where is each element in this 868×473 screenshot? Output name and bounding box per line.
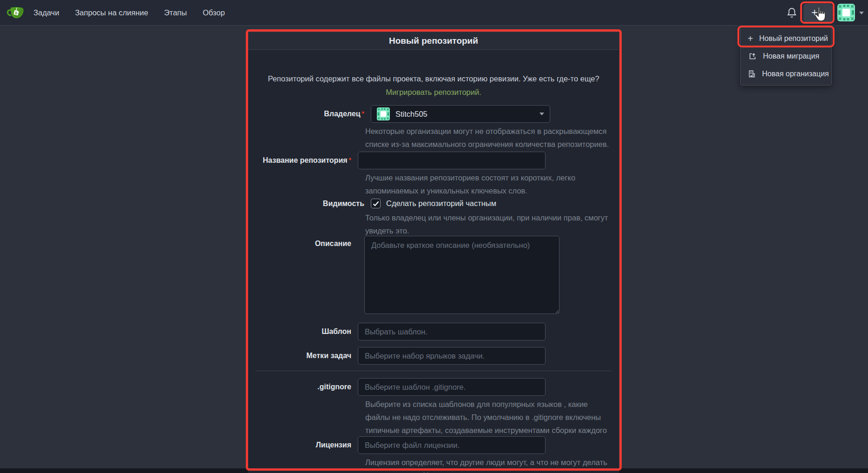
screen: b Задачи Запросы на слияние Этапы Обзор …	[0, 0, 868, 473]
visibility-label: Видимость	[248, 200, 364, 208]
nav-item-pull-requests[interactable]: Запросы на слияние	[75, 8, 148, 17]
plus-icon: +	[748, 33, 753, 44]
repo-name-label: Название репозитория*	[248, 156, 351, 165]
menu-item-label: Новый репозиторий	[759, 34, 828, 43]
owner-help-text: Некоторые организации могут не отображат…	[365, 125, 612, 151]
new-repository-panel: Новый репозиторий Репозиторий содержит в…	[248, 33, 619, 473]
owner-avatar	[377, 107, 390, 120]
page-title: Новый репозиторий	[389, 36, 478, 46]
section-divider	[256, 371, 612, 371]
license-row: Лицензия	[248, 436, 619, 454]
repo-name-row: Название репозитория*	[248, 152, 619, 169]
notifications-bell-icon[interactable]	[786, 7, 797, 19]
plus-icon: +	[811, 7, 818, 18]
organization-icon	[748, 70, 756, 78]
menu-item-new-migration[interactable]: Новая миграция	[741, 47, 831, 65]
intro-text: Репозиторий содержит все файлы проекта, …	[257, 72, 610, 99]
create-new-dropdown: + Новый репозиторий Новая миграция	[740, 27, 832, 86]
make-private-checkbox[interactable]	[371, 199, 381, 208]
template-row: Шаблон	[248, 323, 619, 340]
gitignore-row: .gitignore	[248, 378, 619, 396]
user-avatar[interactable]	[837, 4, 855, 21]
visibility-help-text: Только владелец или члены организации, п…	[365, 211, 612, 237]
top-navbar: b Задачи Запросы на слияние Этапы Обзор …	[0, 0, 868, 26]
repo-name-input[interactable]	[358, 152, 546, 169]
gitignore-label: .gitignore	[248, 383, 351, 391]
license-input[interactable]	[358, 436, 546, 454]
gitea-logo-icon[interactable]: b	[7, 4, 26, 22]
required-asterisk: *	[362, 110, 364, 117]
repo-name-help-text: Лучшие названия репозиториев состоят из …	[365, 171, 612, 197]
navbar-links: Задачи Запросы на слияние Этапы Обзор	[33, 0, 225, 26]
license-help-text: Лицензия определяет, что другие люди мог…	[365, 456, 612, 473]
migrate-repository-link[interactable]: Мигрировать репозиторий.	[386, 88, 481, 96]
issue-labels-row: Метки задач	[248, 347, 619, 365]
license-label: Лицензия	[248, 441, 351, 449]
gitignore-input[interactable]	[358, 378, 546, 396]
menu-item-new-organization[interactable]: Новая организация	[741, 65, 831, 83]
create-new-button[interactable]: +	[803, 4, 832, 22]
chevron-down-icon	[539, 113, 544, 115]
intro-plain-text: Репозиторий содержит все файлы проекта, …	[268, 74, 599, 83]
license-help-plain: Лицензия определяет, что другие люди мог…	[365, 458, 607, 473]
owner-label: Владелец*	[248, 110, 364, 118]
issue-labels-input[interactable]	[358, 347, 546, 365]
chevron-down-icon	[820, 12, 824, 14]
menu-item-label: Новая организация	[762, 70, 829, 78]
owner-select[interactable]: Stitch505	[371, 105, 550, 123]
panel-body: Репозиторий содержит все файлы проекта, …	[248, 50, 619, 473]
user-menu-chevron-icon[interactable]	[859, 12, 864, 14]
owner-name: Stitch505	[395, 110, 534, 119]
required-asterisk: *	[349, 156, 351, 164]
description-textarea[interactable]	[364, 236, 559, 314]
panel-header: Новый репозиторий	[248, 33, 619, 50]
menu-item-label: Новая миграция	[763, 52, 819, 60]
template-label: Шаблон	[248, 327, 351, 336]
description-label: Описание	[248, 237, 351, 248]
menu-item-new-repository[interactable]: + Новый репозиторий	[741, 30, 831, 47]
nav-item-milestones[interactable]: Этапы	[164, 8, 187, 17]
visibility-row: Видимость Сделать репозиторий частным	[248, 199, 619, 208]
migration-icon	[748, 52, 757, 60]
issue-labels-label: Метки задач	[248, 352, 351, 360]
owner-row: Владелец*	[248, 105, 619, 123]
make-private-label[interactable]: Сделать репозиторий частным	[386, 199, 496, 208]
template-input[interactable]	[358, 323, 546, 340]
nav-item-issues[interactable]: Задачи	[33, 8, 59, 17]
nav-item-explore[interactable]: Обзор	[203, 8, 225, 17]
